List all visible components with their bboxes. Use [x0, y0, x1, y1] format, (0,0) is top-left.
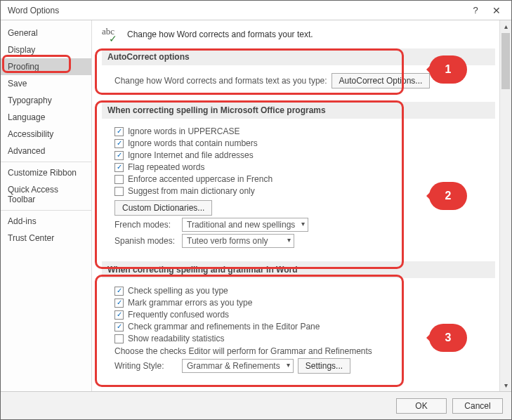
chk-spell-type[interactable]: [114, 287, 124, 296]
sidebar-item-accessibility[interactable]: Accessibility: [1, 126, 91, 143]
sidebar-item-language[interactable]: Language: [1, 109, 91, 126]
titlebar: Word Options ? ✕: [1, 1, 511, 20]
sidebar-item-qat[interactable]: Quick Access Toolbar: [1, 181, 91, 208]
sidebar-item-save[interactable]: Save: [1, 75, 91, 92]
chk-numbers[interactable]: [114, 139, 124, 148]
chk-main-dict[interactable]: [114, 187, 124, 196]
proofing-icon: abc ✓: [102, 27, 122, 41]
chk-editor-pane-label: Check grammar and refinements in the Edi…: [128, 322, 320, 332]
chk-numbers-label: Ignore words that contain numbers: [128, 138, 258, 148]
cancel-button[interactable]: Cancel: [452, 398, 503, 414]
sidebar-item-advanced[interactable]: Advanced: [1, 143, 91, 159]
sidebar: General Display Proofing Save Typography…: [1, 20, 92, 391]
chk-grammar-type[interactable]: [114, 298, 124, 308]
sidebar-item-proofing[interactable]: Proofing: [1, 58, 91, 75]
chk-uppercase[interactable]: [114, 127, 124, 136]
close-button[interactable]: ✕: [486, 3, 507, 18]
chk-spell-type-label: Check spelling as you type: [128, 286, 228, 296]
french-modes-label: French modes:: [114, 220, 178, 230]
sidebar-item-addins[interactable]: Add-ins: [1, 213, 91, 230]
chk-readability-label: Show readability statistics: [128, 334, 224, 343]
choose-checks-text: Choose the checks Editor will perform fo…: [114, 346, 372, 356]
sidebar-item-typography[interactable]: Typography: [1, 92, 91, 109]
sidebar-item-general[interactable]: General: [1, 25, 91, 41]
scroll-down-arrow[interactable]: ▾: [500, 379, 511, 391]
chk-editor-pane[interactable]: [114, 322, 124, 332]
content-pane: abc ✓ Change how Word corrects and forma…: [92, 20, 499, 391]
sidebar-item-customize-ribbon[interactable]: Customize Ribbon: [1, 164, 91, 181]
scroll-up-arrow[interactable]: ▴: [500, 20, 511, 32]
scroll-thumb[interactable]: [501, 33, 510, 89]
custom-dictionaries-button[interactable]: Custom Dictionaries...: [114, 200, 212, 216]
vertical-scrollbar[interactable]: ▴ ▾: [499, 20, 511, 391]
word-options-dialog: Word Options ? ✕ General Display Proofin…: [0, 0, 512, 420]
autocorrect-options-button[interactable]: AutoCorrect Options...: [332, 73, 431, 88]
dialog-footer: OK Cancel: [1, 391, 511, 419]
help-button[interactable]: ?: [465, 3, 486, 18]
chk-grammar-type-label: Mark grammar errors as you type: [128, 298, 252, 308]
intro-text: Change how Word corrects and formats you…: [127, 29, 313, 39]
chk-internet[interactable]: [114, 151, 124, 160]
section-autocorrect-title: AutoCorrect options: [102, 48, 495, 65]
chk-uppercase-label: Ignore words in UPPERCASE: [128, 126, 239, 136]
settings-button[interactable]: Settings...: [298, 358, 350, 374]
chk-repeated[interactable]: [114, 163, 124, 172]
chk-confused[interactable]: [114, 310, 124, 320]
writing-style-dropdown[interactable]: Grammar & Refinements: [182, 359, 294, 373]
chk-main-dict-label: Suggest from main dictionary only: [128, 186, 255, 196]
chk-french-accent-label: Enforce accented uppercase in French: [128, 174, 273, 184]
chk-readability[interactable]: [114, 334, 124, 343]
ok-button[interactable]: OK: [396, 398, 447, 414]
chk-internet-label: Ignore Internet and file addresses: [128, 150, 254, 160]
writing-style-label: Writing Style:: [114, 361, 178, 371]
spanish-modes-dropdown[interactable]: Tuteo verb forms only: [182, 234, 294, 248]
french-modes-dropdown[interactable]: Traditional and new spellings: [182, 218, 308, 232]
sidebar-item-display[interactable]: Display: [1, 41, 91, 58]
chk-repeated-label: Flag repeated words: [128, 162, 204, 172]
chk-confused-label: Frequently confused words: [128, 310, 229, 320]
section-spell-office-title: When correcting spelling in Microsoft Of…: [102, 102, 495, 119]
window-title: Word Options: [8, 6, 465, 15]
chk-french-accent[interactable]: [114, 175, 124, 184]
autocorrect-desc: Change how Word corrects and formats tex…: [114, 76, 327, 86]
spanish-modes-label: Spanish modes:: [114, 236, 178, 246]
section-spell-word-title: When correcting spelling and grammar in …: [102, 261, 495, 278]
sidebar-item-trust-center[interactable]: Trust Center: [1, 230, 91, 247]
